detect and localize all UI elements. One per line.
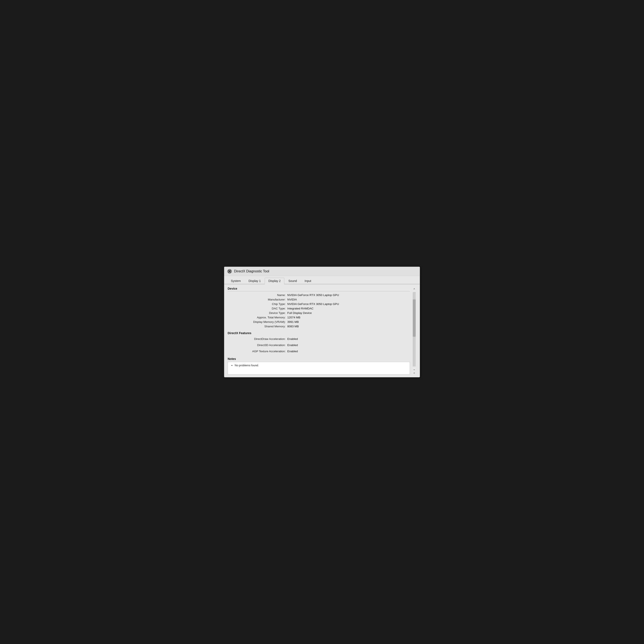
agp-texture-label: AGP Texture Acceleration:: [228, 350, 287, 353]
scroll-thumb: [413, 299, 416, 337]
notes-section: Notes No problems found.: [228, 357, 410, 375]
agp-texture-value: Enabled: [287, 350, 410, 353]
direct3d-value: Enabled: [287, 344, 410, 347]
tab-sound[interactable]: Sound: [285, 278, 300, 284]
directx-diagnostic-window: DirectX Diagnostic Tool System Display 1…: [224, 267, 420, 377]
directx-features-header: DirectX Features: [228, 331, 410, 335]
scroll-down-arrow[interactable]: ⌄: [413, 367, 415, 371]
approx-total-memory-value: 12074 MB: [287, 316, 410, 319]
tab-system[interactable]: System: [227, 278, 244, 284]
left-panel: Device Name: NVIDIA GeForce RTX 3050 Lap…: [228, 287, 410, 375]
tab-display1[interactable]: Display 1: [245, 278, 264, 284]
directx-features-section: DirectX Features DirectDraw Acceleration…: [228, 331, 410, 353]
scroll-left-arrow[interactable]: <: [413, 372, 415, 375]
notes-header: Notes: [228, 357, 410, 361]
manufacturer-label: Manufacturer:: [228, 298, 287, 301]
chip-type-value: NVIDIA GeForce RTX 3050 Laptop GPU: [287, 302, 410, 306]
display-memory-label: Display Memory (VRAM):: [228, 320, 287, 323]
directdraw-value: Enabled: [287, 337, 410, 341]
tab-display2[interactable]: Display 2: [265, 278, 284, 284]
device-type-label: Device Type:: [228, 311, 287, 315]
device-section-header: Device: [228, 287, 410, 291]
tab-input[interactable]: Input: [301, 278, 315, 284]
dac-type-label: DAC Type:: [228, 307, 287, 310]
right-scrollbar: ^ ⌄ <: [412, 287, 416, 375]
name-value: NVIDIA GeForce RTX 3050 Laptop GPU: [287, 293, 410, 297]
scroll-track[interactable]: [413, 292, 416, 367]
notes-box: No problems found.: [228, 362, 410, 375]
scroll-up-arrow[interactable]: ^: [414, 288, 415, 291]
display-memory-value: 3991 MB: [287, 320, 410, 323]
device-type-value: Full Display Device: [287, 311, 410, 315]
shared-memory-label: Shared Memory:: [228, 325, 287, 328]
features-grid: DirectDraw Acceleration: Enabled Direct3…: [228, 337, 410, 353]
title-bar: DirectX Diagnostic Tool: [224, 267, 420, 276]
notes-item: No problems found.: [235, 364, 407, 367]
device-info-grid: Name: NVIDIA GeForce RTX 3050 Laptop GPU…: [228, 293, 410, 328]
approx-total-memory-label: Approx. Total Memory:: [228, 316, 287, 319]
tabs-bar: System Display 1 Display 2 Sound Input: [224, 276, 420, 284]
window-title: DirectX Diagnostic Tool: [234, 269, 269, 273]
manufacturer-value: NVIDIA: [287, 298, 410, 301]
dac-type-value: Integrated RAMDAC: [287, 307, 410, 310]
chip-type-label: Chip Type:: [228, 302, 287, 306]
main-content: Device Name: NVIDIA GeForce RTX 3050 Lap…: [224, 284, 420, 377]
direct3d-label: Direct3D Acceleration:: [228, 344, 287, 347]
close-icon[interactable]: [227, 269, 232, 274]
name-label: Name:: [228, 293, 287, 297]
directdraw-label: DirectDraw Acceleration:: [228, 337, 287, 341]
shared-memory-value: 8083 MB: [287, 325, 410, 328]
